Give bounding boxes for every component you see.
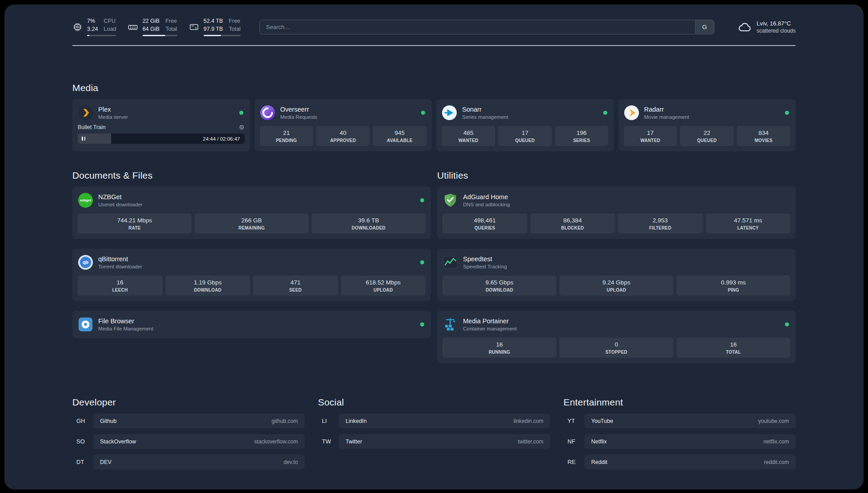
card-speedtest[interactable]: Speedtest Speedtest Tracking 9.65 GbpsDO… [437,249,796,301]
bookmark-github: GH Github github.com [72,414,305,428]
stat-download: 1.19 GbpsDOWNLOAD [166,276,250,296]
now-playing-title: Bullet Train [78,124,106,130]
nzbget-icon: nzbget [78,192,93,208]
card-title: Speedtest [463,255,507,263]
disk-metric: 52.4 TB 97.9 TB Free Total [189,18,241,36]
bookmark-link[interactable]: LinkedIn linkedin.com [339,414,550,428]
radarr-icon [624,105,639,121]
bookmark-abbr: RE [563,459,584,465]
bookmark-group-social: Social LI LinkedIn linkedin.com TW Twitt… [318,397,550,475]
cloud-icon [738,20,752,34]
stat-queries: 498,461QUERIES [442,213,527,234]
card-overseerr[interactable]: Overseerr Media Requests 21PENDING 40APP… [255,99,432,151]
stat-available: 945AVAILABLE [373,126,426,146]
stat-wanted: 485WANTED [442,126,495,146]
bookmark-abbr: LI [318,418,339,424]
stat-blocked: 86,384BLOCKED [530,213,615,234]
status-dot [421,111,425,115]
section-utilities: Utilities AdGuard Home DNS and adblockin… [437,170,796,363]
disk-total-value: 97.9 TB [204,26,223,33]
pause-button[interactable] [82,137,85,141]
weather-condition: scattered clouds [757,28,796,34]
speedtest-icon [442,255,458,270]
disk-free-value: 52.4 TB [204,18,223,25]
bookmark-linkedin: LI LinkedIn linkedin.com [318,414,550,428]
screen: 7% 3.24 CPU Load [0,0,868,493]
card-subtitle: Movie management [644,114,689,120]
bookmark-abbr: NF [563,438,584,445]
search-input[interactable] [260,20,695,34]
ram-free-value: 22 GiB [142,18,159,25]
bookmark-link[interactable]: Reddit reddit.com [584,455,796,469]
stat-rate: 744.21 MbpsRATE [78,213,192,234]
stat-latency: 47.571 msLATENCY [706,213,791,234]
resource-metrics: 7% 3.24 CPU Load [72,18,241,36]
bookmark-group-entertainment: Entertainment YT YouTube youtube.com NF … [563,397,796,475]
ram-free-label: Free [165,18,177,25]
dashboard: 7% 3.24 CPU Load [4,4,864,489]
card-radarr[interactable]: Radarr Movie management 17WANTED 22QUEUE… [618,99,796,151]
card-subtitle: Media Requests [280,114,317,120]
stat-pending: 21PENDING [260,126,313,146]
stat-downloaded: 39.6 TBDOWNLOADED [312,213,426,234]
qbittorrent-icon: qb [78,255,93,270]
portainer-icon [442,317,458,332]
stat-download: 9.65 GbpsDOWNLOAD [442,276,556,296]
bookmark-link[interactable]: Github github.com [93,414,305,428]
card-qbittorrent[interactable]: qb qBittorrent Torrent downloader 16LEEC… [72,249,431,301]
ram-total-value: 64 GiB [142,26,159,33]
stat-running: 16RUNNING [442,338,556,358]
bookmark-abbr: YT [563,418,584,424]
bookmark-link[interactable]: Netflix netflix.com [584,434,796,449]
search-provider-button[interactable]: G [695,20,714,34]
status-dot [785,322,789,326]
stat-stopped: 0STOPPED [559,338,673,358]
bookmark-twitter: TW Twitter twitter.com [318,434,550,449]
cpu-label: CPU [104,18,116,25]
gear-icon[interactable]: ⚙ [239,124,245,130]
cpu-usage-bar [87,35,116,36]
card-adguard[interactable]: AdGuard Home DNS and adblocking 498,461Q… [437,187,796,239]
cpu-load-value: 3.24 [87,26,98,33]
bookmark-link[interactable]: YouTube youtube.com [584,414,796,428]
sonarr-icon [442,105,457,121]
bookmark-link[interactable]: DEV dev.to [93,455,305,469]
cpu-usage-value: 7% [87,18,98,25]
card-plex[interactable]: Plex Media server Bullet Train ⚙ 24:44 /… [72,99,250,151]
memory-icon [128,22,138,32]
bookmark-link[interactable]: StackOverflow stackoverflow.com [93,434,305,449]
bookmark-youtube: YT YouTube youtube.com [563,414,796,428]
bookmark-netflix: NF Netflix netflix.com [563,434,796,449]
bookmark-link[interactable]: Twitter twitter.com [339,434,550,449]
section-documents: Documents & Files nzbget NZBGet Usenet d… [72,170,431,338]
card-subtitle: Series management [462,114,508,120]
social-section-title: Social [318,397,550,408]
stat-remaining: 266 GBREMAINING [195,213,309,234]
status-dot [239,111,243,115]
media-section-title: Media [72,83,796,93]
playback-time: 24:44 / 02:06:47 [203,136,244,142]
adguard-icon [442,192,458,208]
header-divider [72,45,796,46]
card-title: Sonarr [462,106,508,113]
overseerr-icon [260,105,275,121]
documents-section-title: Documents & Files [72,170,431,181]
stat-filtered: 2,953FILTERED [618,213,703,234]
card-subtitle: Media File Management [98,326,153,331]
top-bar: 7% 3.24 CPU Load [72,4,796,36]
bookmark-abbr: DT [72,459,93,465]
bookmark-stackoverflow: SO StackOverflow stackoverflow.com [72,434,305,449]
stat-total: 16TOTAL [676,338,790,358]
card-title: Overseerr [280,106,317,113]
card-nzbget[interactable]: nzbget NZBGet Usenet downloader 744.21 M… [72,187,431,239]
ram-total-label: Total [165,26,177,33]
section-media: Media Plex Media server Bullet Train [72,83,796,151]
card-sonarr[interactable]: Sonarr Series management 485WANTED 17QUE… [436,99,614,151]
status-dot [785,111,789,115]
weather-widget: Lviv, 16.87°C scattered clouds [738,20,796,34]
stat-upload: 9.24 GbpsUPLOAD [559,276,673,296]
stat-seed: 471SEED [253,276,338,296]
card-portainer[interactable]: Media Portainer Container management 16R… [437,311,796,363]
card-filebrowser[interactable]: File Browser Media File Management [72,311,431,338]
stat-wanted: 17WANTED [624,126,677,146]
